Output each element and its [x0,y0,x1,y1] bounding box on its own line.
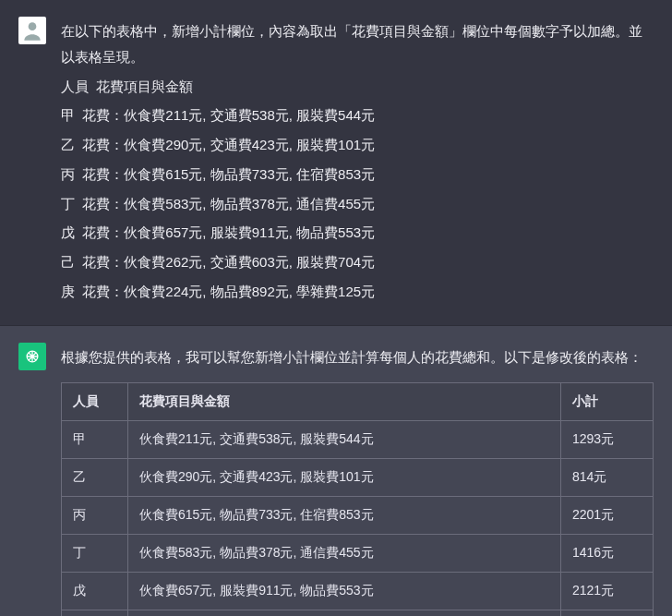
cell-subtotal: 1569元 [561,610,654,616]
cell-items: 伙食費211元, 交通費538元, 服裝費544元 [128,421,561,459]
assistant-message-content: 根據您提供的表格，我可以幫您新增小計欄位並計算每個人的花費總和。以下是修改後的表… [61,343,654,617]
cell-subtotal: 2121元 [561,572,654,610]
cell-subtotal: 814元 [561,459,654,497]
user-line: 丁 花費：伙食費583元, 物品費378元, 通信費455元 [61,191,654,217]
cell-person: 己 [62,610,128,616]
assistant-message: 根據您提供的表格，我可以幫您新增小計欄位並計算每個人的花費總和。以下是修改後的表… [0,326,672,617]
table-row: 丙伙食費615元, 物品費733元, 住宿費853元2201元 [62,496,654,534]
table-header-row: 人員 花費項目與金額 小計 [62,383,654,421]
cell-person: 乙 [62,459,128,497]
cell-items: 伙食費583元, 物品費378元, 通信費455元 [128,534,561,572]
user-line: 庚 花費：伙食費224元, 物品費892元, 學雜費125元 [61,279,654,305]
user-message: 在以下的表格中，新增小計欄位，內容為取出「花費項目與金額」欄位中每個數字予以加總… [0,0,672,326]
user-line: 甲 花費：伙食費211元, 交通費538元, 服裝費544元 [61,103,654,128]
table-row: 甲伙食費211元, 交通費538元, 服裝費544元1293元 [62,421,654,459]
user-message-content: 在以下的表格中，新增小計欄位，內容為取出「花費項目與金額」欄位中每個數字予以加總… [61,17,654,308]
user-line: 丙 花費：伙食費615元, 物品費733元, 住宿費853元 [61,162,654,187]
assistant-avatar [18,343,46,370]
cell-items: 伙食費657元, 服裝費911元, 物品費553元 [128,572,561,610]
svg-point-0 [29,22,37,30]
cell-person: 丙 [62,496,128,534]
table-row: 乙伙食費290元, 交通費423元, 服裝費101元814元 [62,459,654,497]
user-line: 在以下的表格中，新增小計欄位，內容為取出「花費項目與金額」欄位中每個數字予以加總… [61,18,654,70]
header-person: 人員 [62,383,128,421]
header-subtotal: 小計 [561,383,654,421]
user-line: 己 花費：伙食費262元, 交通費603元, 服裝費704元 [61,249,654,275]
table-row: 己伙食費262元, 交通費603元, 服裝費704元1569元 [62,610,654,616]
cell-subtotal: 1293元 [561,421,654,459]
user-avatar-icon [20,18,44,42]
header-items: 花費項目與金額 [128,383,561,421]
cell-subtotal: 2201元 [561,496,654,534]
cell-subtotal: 1416元 [561,534,654,572]
cell-items: 伙食費290元, 交通費423元, 服裝費101元 [128,459,561,497]
cell-person: 丁 [62,534,128,572]
user-line: 乙 花費：伙食費290元, 交通費423元, 服裝費101元 [61,132,654,158]
cell-items: 伙食費615元, 物品費733元, 住宿費853元 [128,496,561,534]
table-row: 戊伙食費657元, 服裝費911元, 物品費553元2121元 [62,572,654,610]
table-row: 丁伙食費583元, 物品費378元, 通信費455元1416元 [62,534,654,572]
user-avatar [18,17,46,44]
user-line: 人員 花費項目與金額 [61,74,654,100]
cell-person: 甲 [62,421,128,459]
cell-person: 戊 [62,572,128,610]
expense-table: 人員 花費項目與金額 小計 甲伙食費211元, 交通費538元, 服裝費544元… [61,382,654,616]
cell-items: 伙食費262元, 交通費603元, 服裝費704元 [128,610,561,616]
assistant-intro: 根據您提供的表格，我可以幫您新增小計欄位並計算每個人的花費總和。以下是修改後的表… [61,344,654,370]
user-line: 戊 花費：伙食費657元, 服裝費911元, 物品費553元 [61,220,654,246]
openai-icon [23,347,42,366]
